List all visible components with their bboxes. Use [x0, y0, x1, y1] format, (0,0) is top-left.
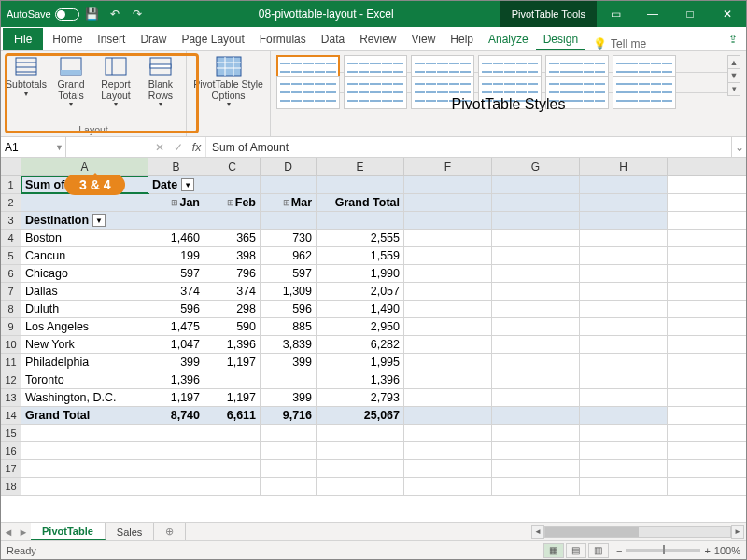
cell[interactable]: 596 — [148, 301, 204, 317]
zoom-slider[interactable] — [626, 549, 700, 552]
cell[interactable]: 398 — [204, 247, 261, 264]
filter-dropdown-icon[interactable]: ▼ — [92, 214, 106, 227]
col-header-e[interactable]: E — [317, 158, 404, 175]
cell[interactable]: Destination ▼ — [21, 212, 148, 229]
cell[interactable] — [317, 460, 404, 477]
view-normal-icon[interactable]: ▦ — [543, 543, 564, 558]
hscroll-right-icon[interactable]: ► — [731, 525, 744, 539]
cell[interactable] — [580, 354, 668, 371]
cell[interactable] — [404, 301, 492, 317]
row-header[interactable]: 10 — [1, 336, 21, 353]
cell[interactable] — [204, 442, 261, 459]
expand-icon[interactable]: ⊞ — [171, 198, 178, 207]
cell[interactable] — [404, 283, 492, 300]
close-icon[interactable]: ✕ — [709, 1, 746, 27]
cell[interactable]: 1,047 — [148, 336, 204, 353]
cell[interactable] — [404, 389, 492, 406]
sheet-nav-prev-icon[interactable]: ◄ — [1, 523, 16, 540]
row-header[interactable]: 7 — [1, 283, 21, 300]
cell[interactable] — [580, 318, 668, 335]
cell[interactable]: Duluth — [21, 301, 148, 317]
cell[interactable] — [404, 194, 492, 211]
report-layout-button[interactable]: Report Layout▾ — [94, 53, 137, 111]
tab-view[interactable]: View — [404, 28, 444, 50]
share-icon[interactable]: ⇪ — [722, 28, 744, 50]
cell[interactable] — [261, 460, 317, 477]
tab-formulas[interactable]: Formulas — [252, 28, 314, 50]
cell[interactable] — [492, 354, 580, 371]
col-header-d[interactable]: D — [261, 158, 317, 175]
cell[interactable]: Dallas — [21, 283, 148, 300]
chevron-down-icon[interactable]: ▼ — [55, 143, 63, 152]
cell[interactable] — [148, 460, 204, 477]
hscroll-track[interactable] — [544, 526, 731, 538]
cell[interactable] — [261, 176, 317, 193]
sheet-tab-pivottable[interactable]: PivotTable — [31, 523, 106, 540]
fx-icon[interactable]: fx — [188, 137, 206, 157]
cell[interactable]: 885 — [261, 318, 317, 335]
cancel-formula-icon[interactable]: ✕ — [150, 137, 169, 157]
blank-rows-button[interactable]: Blank Rows▾ — [139, 53, 182, 111]
sheet-tab-sales[interactable]: Sales — [106, 523, 155, 540]
cell[interactable] — [404, 371, 492, 388]
cell[interactable] — [580, 442, 668, 459]
cell[interactable]: 962 — [261, 247, 317, 264]
cell[interactable] — [21, 442, 148, 459]
cell[interactable]: 1,995 — [317, 354, 404, 371]
row-header[interactable]: 4 — [1, 230, 21, 246]
cell[interactable]: 298 — [204, 301, 261, 317]
undo-icon[interactable]: ↶ — [106, 5, 124, 23]
cell[interactable]: 1,490 — [317, 301, 404, 317]
cell[interactable]: Toronto — [21, 371, 148, 388]
zoom-level[interactable]: 100% — [714, 545, 740, 556]
tab-design[interactable]: Design — [536, 28, 585, 50]
cell[interactable] — [580, 389, 668, 406]
tab-home[interactable]: Home — [45, 28, 90, 50]
zoom-out-icon[interactable]: − — [616, 545, 622, 556]
cell[interactable]: 597 — [261, 265, 317, 282]
cell[interactable]: 399 — [148, 354, 204, 371]
redo-icon[interactable]: ↷ — [128, 5, 147, 23]
cell[interactable]: 1,396 — [148, 371, 204, 388]
cell[interactable]: ⊞Mar — [261, 194, 317, 211]
cell[interactable]: Boston — [21, 230, 148, 246]
cell[interactable]: 2,057 — [317, 283, 404, 300]
row-header[interactable]: 2 — [1, 194, 21, 211]
cell[interactable] — [580, 212, 668, 229]
cell[interactable] — [492, 265, 580, 282]
cell[interactable]: 399 — [261, 354, 317, 371]
grand-totals-button[interactable]: Grand Totals▾ — [49, 53, 92, 111]
cell[interactable]: 1,197 — [204, 354, 261, 371]
cell[interactable] — [580, 301, 668, 317]
cell[interactable]: 1,309 — [261, 283, 317, 300]
cell[interactable]: New York — [21, 336, 148, 353]
cell[interactable] — [148, 425, 204, 441]
row-header[interactable]: 12 — [1, 371, 21, 388]
cell[interactable] — [404, 354, 492, 371]
cell[interactable] — [492, 371, 580, 388]
cell[interactable] — [492, 407, 580, 424]
cell[interactable] — [580, 336, 668, 353]
cell[interactable] — [21, 478, 148, 495]
cell[interactable] — [492, 283, 580, 300]
cell[interactable] — [404, 336, 492, 353]
row-header[interactable]: 6 — [1, 265, 21, 282]
col-header-h[interactable]: H — [580, 158, 668, 175]
tab-data[interactable]: Data — [314, 28, 352, 50]
cell[interactable]: 1,396 — [317, 371, 404, 388]
row-header[interactable]: 9 — [1, 318, 21, 335]
cell[interactable]: 9,716 — [261, 407, 317, 424]
cell[interactable] — [492, 425, 580, 441]
formula-input[interactable]: Sum of Amount — [206, 137, 731, 157]
cell[interactable] — [580, 265, 668, 282]
row-header[interactable]: 11 — [1, 354, 21, 371]
cell[interactable] — [204, 176, 261, 193]
ribbon-display-icon[interactable]: ▭ — [597, 1, 634, 27]
tab-review[interactable]: Review — [352, 28, 403, 50]
expand-icon[interactable]: ⊞ — [283, 198, 290, 207]
gallery-down-icon[interactable]: ▼ — [728, 69, 740, 82]
cell[interactable] — [261, 478, 317, 495]
name-box[interactable]: A1 ▼ — [1, 137, 66, 157]
cell[interactable] — [204, 425, 261, 441]
save-icon[interactable]: 💾 — [83, 5, 102, 23]
